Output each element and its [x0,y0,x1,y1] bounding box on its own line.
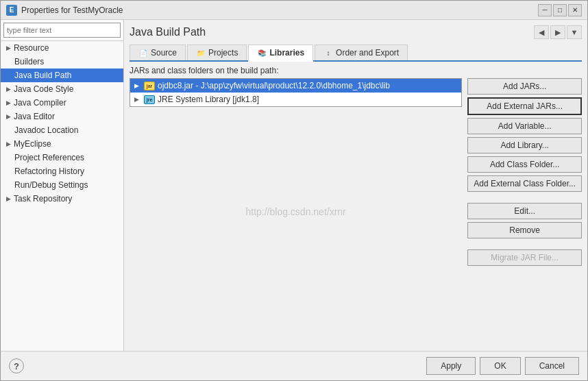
tab-order-export[interactable]: ↕ Order and Export [315,45,408,60]
back-button[interactable]: ◀ [534,25,549,39]
arrow-icon: ▶ [6,99,11,106]
sidebar-item-javadoc-location[interactable]: Javadoc Location [1,123,123,137]
tab-order-export-label: Order and Export [336,48,399,58]
sidebar-item-label: Java Compiler [14,98,66,108]
migrate-jar-file-button[interactable]: Migrate JAR File... [467,249,582,266]
sidebar-item-label: Run/Debug Settings [14,180,88,190]
cancel-button[interactable]: Cancel [525,357,579,375]
sidebar-item-project-references[interactable]: Project References [1,151,123,164]
sidebar-item-java-compiler[interactable]: ▶ Java Compiler [1,96,123,110]
sidebar-item-label: Project References [14,153,84,162]
jre-library-icon: jre [144,95,155,104]
arrow-icon: ▶ [6,195,11,202]
panel-title: Java Build Path [130,26,206,38]
arrow-icon: ▶ [6,86,11,93]
tree-panel: ▶ jar ojdbc8.jar - J:\app\zyfw\virtual\p… [130,78,462,107]
order-export-tab-icon: ↕ [323,48,333,58]
tree-panel-wrapper: ▶ jar ojdbc8.jar - J:\app\zyfw\virtual\p… [130,78,462,345]
filter-input[interactable] [3,23,121,38]
minimize-button[interactable]: ─ [538,4,552,16]
content-area: ▶ Resource Builders Java Build Path ▶ Ja… [1,20,587,351]
sidebar-item-run-debug-settings[interactable]: Run/Debug Settings [1,178,123,192]
projects-tab-icon: 📁 [196,48,206,58]
title-bar: E Properties for TestMyOracle ─ □ ✕ [1,1,587,20]
tab-source-label: Source [151,48,177,58]
tab-projects[interactable]: 📁 Projects [187,45,247,60]
tab-libraries-label: Libraries [269,48,304,58]
tree-item-jre-label: JRE System Library [jdk1.8] [158,95,259,104]
libraries-tab-icon: 📚 [257,48,267,58]
add-library-button[interactable]: Add Library... [467,137,582,153]
sidebar-item-label: Refactoring History [14,167,84,176]
tree-item-jre[interactable]: ▶ jre JRE System Library [jdk1.8] [130,93,461,106]
sidebar-item-java-editor[interactable]: ▶ Java Editor [1,110,123,123]
title-bar-left: E Properties for TestMyOracle [6,5,123,16]
button-spacer [467,195,582,200]
window-title: Properties for TestMyOracle [21,5,123,15]
tab-bar: 📄 Source 📁 Projects 📚 Libraries ↕ Order … [130,45,582,62]
sidebar-item-label: Java Build Path [14,71,71,80]
tab-libraries[interactable]: 📚 Libraries [248,45,313,62]
sidebar-item-label: Java Code Style [14,84,73,94]
arrow-icon: ▶ [6,45,11,51]
tree-arrow-icon: ▶ [134,82,141,89]
add-variable-button[interactable]: Add Variable... [467,118,582,134]
edit-button[interactable]: Edit... [467,203,582,219]
button-spacer-2 [467,241,582,247]
app-icon: E [6,5,17,16]
jar-file-icon: jar [144,81,155,90]
bottom-bar: ? Apply OK Cancel [1,351,587,380]
panel-header: Java Build Path ◀ ▶ ▼ [130,25,582,39]
add-external-jars-button[interactable]: Add External JARs... [467,97,582,115]
ok-button[interactable]: OK [480,357,520,375]
maximize-button[interactable]: □ [553,4,567,16]
sidebar-item-label: Resource [14,43,49,53]
tree-item-ojdbc-label: ojdbc8.jar - J:\app\zyfw\virtual\product… [158,81,390,90]
nav-buttons: ◀ ▶ ▼ [534,25,582,39]
apply-button[interactable]: Apply [426,357,476,375]
sidebar-item-task-repository[interactable]: ▶ Task Repository [1,192,123,206]
sidebar-item-label: MyEclipse [14,139,51,149]
add-external-class-folder-button[interactable]: Add External Class Folder... [467,175,582,192]
sidebar-item-java-build-path[interactable]: Java Build Path [1,69,123,82]
jre-icon: jre [144,95,155,104]
add-jars-button[interactable]: Add JARs... [467,78,582,95]
tab-source[interactable]: 📄 Source [130,45,186,60]
arrow-icon: ▶ [6,140,11,147]
sidebar-item-label: Builders [14,57,44,66]
help-button[interactable]: ? [9,358,24,373]
add-class-folder-button[interactable]: Add Class Folder... [467,156,582,173]
window-controls: ─ □ ✕ [538,4,582,16]
close-button[interactable]: ✕ [568,4,582,16]
build-path-main: ▶ jar ojdbc8.jar - J:\app\zyfw\virtual\p… [130,78,582,345]
bottom-right-buttons: Apply OK Cancel [426,357,579,375]
tab-projects-label: Projects [208,48,238,58]
right-buttons: Add JARs... Add External JARs... Add Var… [467,78,582,345]
sidebar-item-refactoring-history[interactable]: Refactoring History [1,164,123,178]
sidebar-item-label: Java Editor [14,112,55,121]
sidebar-item-myeclipse[interactable]: ▶ MyEclipse [1,137,123,151]
sidebar-item-label: Javadoc Location [14,125,78,135]
tree-arrow-icon: ▶ [134,96,141,103]
watermark: http://blog.csdn.net/xrnr [245,206,345,217]
properties-dialog: E Properties for TestMyOracle ─ □ ✕ ▶ Re… [0,0,588,381]
sidebar: ▶ Resource Builders Java Build Path ▶ Ja… [1,20,124,351]
sidebar-item-java-code-style[interactable]: ▶ Java Code Style [1,82,123,96]
sidebar-item-builders[interactable]: Builders [1,55,123,69]
jar-icon: jar [144,82,155,90]
sidebar-item-label: Task Repository [14,194,72,204]
main-panel: Java Build Path ◀ ▶ ▼ 📄 Source 📁 Project… [124,20,587,351]
sidebar-item-resource[interactable]: ▶ Resource [1,41,123,55]
filter-box [1,20,123,41]
arrow-icon: ▶ [6,113,11,120]
forward-button[interactable]: ▶ [550,25,565,39]
remove-button[interactable]: Remove [467,222,582,238]
tree-item-ojdbc[interactable]: ▶ jar ojdbc8.jar - J:\app\zyfw\virtual\p… [130,79,461,93]
source-tab-icon: 📄 [138,48,148,58]
build-path-label: JARs and class folders on the build path… [130,66,582,75]
dropdown-button[interactable]: ▼ [567,25,582,39]
build-path-content: JARs and class folders on the build path… [130,66,582,345]
